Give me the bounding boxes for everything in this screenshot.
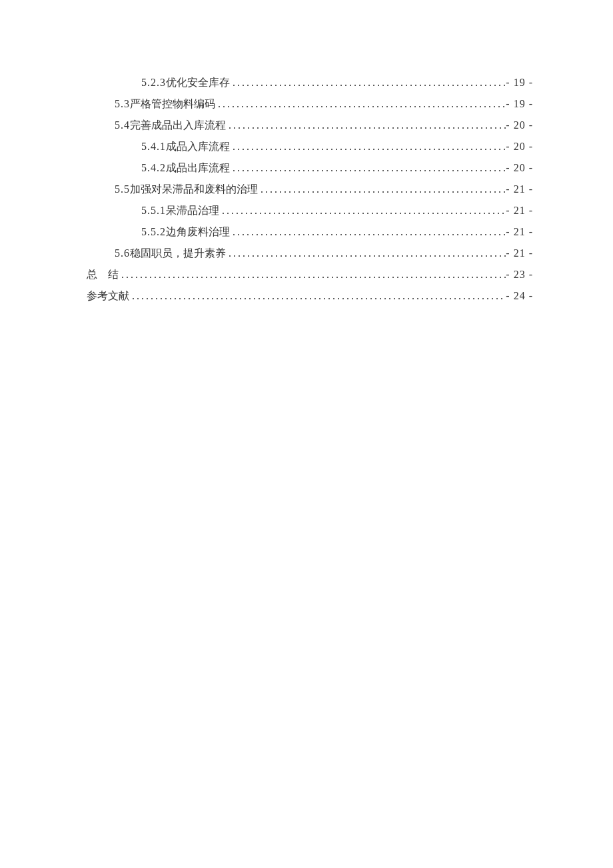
entry-title: 总 结 — [87, 264, 119, 285]
entry-title: 优化安全库存 — [166, 72, 230, 93]
entry-number: 5.3 — [115, 93, 130, 115]
entry-number: 5.2.3 — [141, 72, 166, 93]
entry-number: 5.5 — [115, 179, 130, 200]
toc-entry: 5.5 加强对呆滞品和废料的治理 - 21 - — [87, 179, 533, 200]
entry-page: - 20 - — [506, 157, 533, 179]
entry-page: - 19 - — [506, 72, 533, 93]
entry-page: - 21 - — [506, 221, 533, 243]
entry-title: 成品出库流程 — [166, 157, 230, 179]
toc-entry: 总 结 - 23 - — [87, 264, 533, 285]
entry-title: 边角废料治理 — [166, 221, 230, 243]
entry-number: 5.5.2 — [141, 221, 166, 243]
toc-entry: 5.5.2 边角废料治理 - 21 - — [87, 221, 533, 243]
leader-dots — [230, 72, 506, 93]
leader-dots — [215, 93, 506, 115]
leader-dots — [226, 115, 506, 136]
leader-dots — [129, 285, 506, 307]
entry-number: 5.6 — [115, 243, 130, 264]
toc-entry: 5.4.2 成品出库流程 - 20 - — [87, 157, 533, 179]
entry-number: 5.4.1 — [141, 136, 166, 157]
leader-dots — [219, 200, 506, 221]
entry-page: - 20 - — [506, 136, 533, 157]
leader-dots — [258, 179, 506, 200]
entry-page: - 21 - — [506, 243, 533, 264]
entry-title: 完善成品出入库流程 — [130, 115, 226, 136]
toc-entry: 5.4 完善成品出入库流程 - 20 - — [87, 115, 533, 136]
entry-page: - 19 - — [506, 93, 533, 115]
toc-entry: 5.2.3 优化安全库存 - 19 - — [87, 72, 533, 93]
toc-entry: 5.3 严格管控物料编码 - 19 - — [87, 93, 533, 115]
leader-dots — [230, 221, 506, 243]
entry-page: - 23 - — [506, 264, 533, 285]
leader-dots — [119, 264, 506, 285]
entry-title: 参考文献 — [87, 285, 129, 307]
toc-entry: 5.5.1 呆滞品治理 - 21 - — [87, 200, 533, 221]
leader-dots — [230, 157, 506, 179]
leader-dots — [226, 243, 506, 264]
entry-title: 稳固职员，提升素养 — [130, 243, 226, 264]
entry-number: 5.5.1 — [141, 200, 166, 221]
entry-page: - 24 - — [506, 285, 533, 307]
toc-entry: 5.4.1 成品入库流程 - 20 - — [87, 136, 533, 157]
entry-title: 严格管控物料编码 — [130, 93, 215, 115]
entry-page: - 21 - — [506, 200, 533, 221]
entry-number: 5.4 — [115, 115, 130, 136]
entry-page: - 21 - — [506, 179, 533, 200]
toc-entry: 5.6 稳固职员，提升素养 - 21 - — [87, 243, 533, 264]
entry-title: 加强对呆滞品和废料的治理 — [130, 179, 258, 200]
table-of-contents: 5.2.3 优化安全库存 - 19 - 5.3 严格管控物料编码 - 19 - … — [87, 72, 533, 307]
entry-title: 成品入库流程 — [166, 136, 230, 157]
leader-dots — [230, 136, 506, 157]
entry-page: - 20 - — [506, 115, 533, 136]
entry-title: 呆滞品治理 — [166, 200, 219, 221]
toc-entry: 参考文献 - 24 - — [87, 285, 533, 307]
entry-number: 5.4.2 — [141, 157, 166, 179]
